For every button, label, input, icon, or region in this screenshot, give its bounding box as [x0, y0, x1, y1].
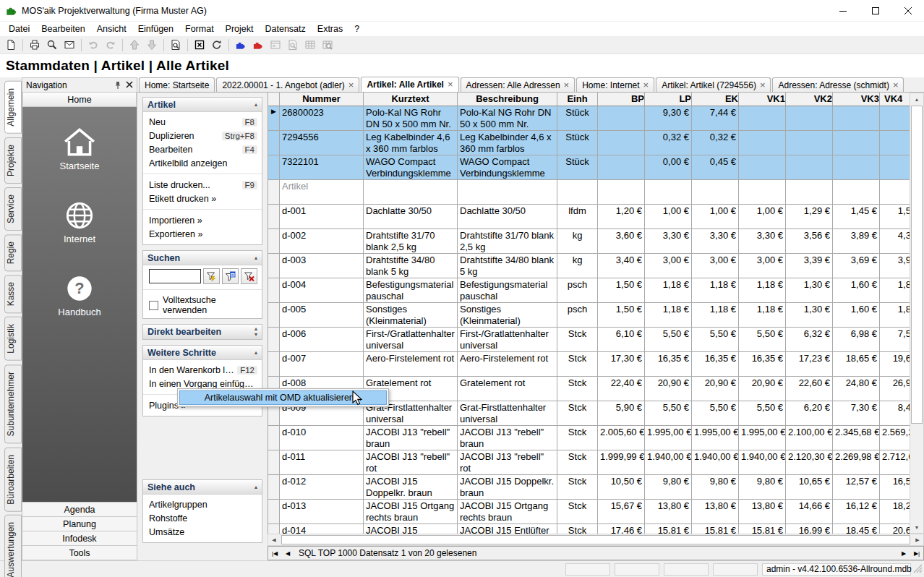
table-cell[interactable]: 1.995,00 € [645, 426, 692, 450]
table-cell[interactable]: d-005 [280, 303, 364, 328]
table-cell[interactable] [833, 155, 880, 180]
filter-edit-icon[interactable] [222, 268, 239, 284]
table-cell[interactable]: 1,18 € [645, 303, 692, 328]
collapse-icon[interactable]: ▴ [254, 484, 257, 490]
table-cell[interactable]: 26800023 [280, 106, 364, 131]
table-cell[interactable]: 6,98 € [833, 328, 880, 352]
table-cell[interactable]: 19,64 € [880, 352, 910, 377]
table-cell[interactable]: d-002 [280, 229, 364, 254]
table-cell[interactable]: 1,20 € [598, 205, 645, 229]
action-item[interactable]: In den Warenkorb legenF12 [143, 363, 262, 377]
row-selector[interactable] [268, 278, 280, 303]
table-cell[interactable] [692, 180, 739, 205]
table-cell[interactable]: JACOBI J13 "rebell" braun [364, 426, 458, 450]
table-cell[interactable]: Stck [557, 401, 598, 426]
row-selector[interactable] [268, 180, 280, 205]
table-cell[interactable]: Stck [557, 450, 598, 475]
table-cell[interactable]: 5,50 € [739, 328, 786, 352]
table-cell[interactable]: Stck [557, 475, 598, 500]
tab-close-icon[interactable]: × [348, 82, 354, 89]
table-cell[interactable] [598, 155, 645, 180]
table-cell[interactable]: JACOBI J15 [364, 524, 458, 534]
table-cell[interactable]: 10,65 € [786, 475, 833, 500]
row-selector[interactable]: ▶ [268, 106, 280, 131]
next-record-icon[interactable]: ▶ [897, 547, 910, 560]
table-cell[interactable]: Sonstiges (Kleinmaterial) [364, 303, 458, 328]
table-cell[interactable]: 2.712,65 € [880, 450, 910, 475]
table-cell[interactable]: 1.999,99 € [598, 450, 645, 475]
table-cell[interactable]: JACOBI J13 "rebell" braun [458, 426, 557, 450]
vertical-scrollbar[interactable]: ▲ ▼ [910, 93, 924, 534]
table-cell[interactable]: JACOBI J13 "rebell" rot [458, 450, 557, 475]
table-cell[interactable]: 7322101 [280, 155, 364, 180]
table-cell[interactable] [739, 155, 786, 180]
table-cell[interactable]: 3,30 € [645, 229, 692, 254]
table-cell[interactable]: 1,60 € [833, 278, 880, 303]
table-cell[interactable]: Leg Kabelbinder 4,6 x 360 mm farblos [364, 131, 458, 155]
table-cell[interactable]: WAGO Compact Verbindungsklemme [458, 155, 557, 180]
table-cell[interactable]: 1,18 € [739, 303, 786, 328]
table-row[interactable]: d-011JACOBI J13 "rebell" rotJACOBI J13 "… [268, 450, 910, 475]
table-row[interactable]: d-013JACOBI J15 Ortgang rechts braunJACO… [268, 500, 910, 524]
section-header[interactable]: Weitere Schritte ▴ [143, 346, 262, 360]
table-cell[interactable]: 3,56 € [786, 229, 833, 254]
tab-close-icon[interactable]: × [893, 82, 899, 89]
table-cell[interactable]: d-004 [280, 278, 364, 303]
row-selector[interactable] [268, 155, 280, 180]
table-cell[interactable] [598, 180, 645, 205]
table-cell[interactable]: 1.995,00 € [692, 426, 739, 450]
vertical-tab-service[interactable]: Service [4, 187, 22, 231]
table-row[interactable]: d-014JACOBI J15JACOBI J15 EntlüfterStck1… [268, 524, 910, 534]
table-cell[interactable]: 5,90 € [598, 401, 645, 426]
table-cell[interactable]: Stück [557, 155, 598, 180]
table-cell[interactable]: Stck [557, 377, 598, 401]
row-selector[interactable] [268, 205, 280, 229]
table-cell[interactable]: 2.120,30 € [786, 450, 833, 475]
table-cell[interactable]: Stck [557, 328, 598, 352]
action-item[interactable]: Artikelgruppen [143, 497, 262, 511]
scroll-left-icon[interactable]: ◀ [268, 534, 280, 545]
row-selector[interactable] [268, 450, 280, 475]
table-cell[interactable]: 13,80 € [739, 500, 786, 524]
table-cell[interactable]: 18,65 € [833, 352, 880, 377]
table-cell[interactable]: 1,00 € [645, 205, 692, 229]
table-cell[interactable]: 5,50 € [645, 401, 692, 426]
table-cell[interactable]: d-003 [280, 254, 364, 278]
action-item[interactable]: Exportieren » [143, 227, 262, 241]
column-header-einh[interactable]: Einh [557, 93, 598, 106]
row-selector[interactable] [268, 426, 280, 450]
table-cell[interactable]: 1,18 € [692, 278, 739, 303]
table-cell[interactable]: 3,00 € [739, 254, 786, 278]
table-cell[interactable]: 1,29 € [786, 205, 833, 229]
menu-item-format[interactable]: Format [179, 22, 220, 36]
table-cell[interactable]: 6,20 € [786, 401, 833, 426]
table-cell[interactable]: Dachlatte 30/50 [364, 205, 458, 229]
table-row[interactable]: d-001Dachlatte 30/50Dachlatte 30/50lfdm1… [268, 205, 910, 229]
table-row[interactable]: d-010JACOBI J13 "rebell" braunJACOBI J13… [268, 426, 910, 450]
table-cell[interactable]: 9,30 € [645, 106, 692, 131]
table-cell[interactable]: d-013 [280, 500, 364, 524]
vertical-tab-broarbeiten[interactable]: Büroarbeiten [4, 448, 22, 512]
table-row[interactable]: 7294556Leg Kabelbinder 4,6 x 360 mm farb… [268, 131, 910, 155]
tab-close-icon[interactable]: × [643, 82, 649, 89]
table-cell[interactable] [557, 180, 598, 205]
table-cell[interactable] [786, 106, 833, 131]
table-cell[interactable]: 1,00 € [739, 205, 786, 229]
table-cell[interactable]: 17,30 € [598, 352, 645, 377]
table-cell[interactable]: Stück [557, 131, 598, 155]
table-cell[interactable]: d-014 [280, 524, 364, 534]
column-header-beschreibung[interactable]: Beschreibung [458, 93, 557, 106]
row-selector[interactable] [268, 475, 280, 500]
table-cell[interactable]: d-001 [280, 205, 364, 229]
table-cell[interactable]: 1.940,00 € [739, 450, 786, 475]
table-cell[interactable]: 15,67 € [598, 500, 645, 524]
table-cell[interactable]: 16,99 € [786, 524, 833, 534]
scroll-right-icon[interactable]: ▶ [912, 534, 923, 545]
table-cell[interactable] [645, 180, 692, 205]
nav-group-header[interactable]: Home [22, 92, 137, 107]
table-cell[interactable]: Aero-Firstelement rot [364, 352, 458, 377]
table-cell[interactable]: 3,89 € [833, 229, 880, 254]
table-row[interactable]: d-004Befestigungsmaterial pauschalBefest… [268, 278, 910, 303]
table-cell[interactable]: 20,66 € [880, 524, 910, 534]
table-cell[interactable]: 15,81 € [739, 524, 786, 534]
